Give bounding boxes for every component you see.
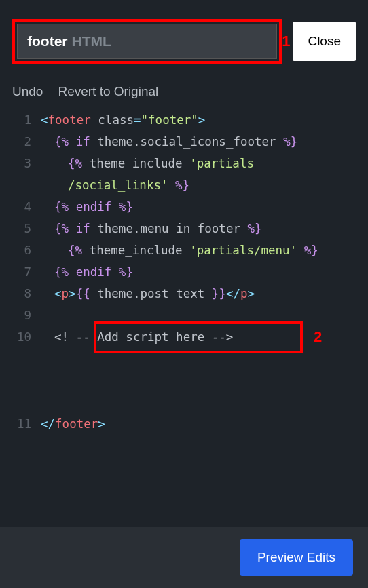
revert-link[interactable]: Revert to Original	[58, 84, 158, 99]
code-line: 8 <p>{{ theme.post_text }}</p>	[0, 283, 368, 305]
code-content[interactable]: {% if theme.social_icons_footer %}	[41, 131, 368, 153]
code-line: 6 {% theme_include 'partials/menu' %}	[0, 239, 368, 261]
line-number: 4	[0, 196, 41, 218]
code-content[interactable]: <! -- Add script here --> 2	[41, 326, 368, 413]
code-content[interactable]: {% theme_include 'partials/menu' %}	[41, 239, 368, 261]
line-number: 2	[0, 131, 41, 153]
line-number: 6	[0, 239, 41, 261]
line-number: 9	[0, 305, 41, 326]
code-line: 10 <! -- Add script here --> 2	[0, 326, 368, 413]
preview-edits-button[interactable]: Preview Edits	[240, 539, 353, 576]
code-content[interactable]: <p>{{ theme.post_text }}</p>	[41, 283, 368, 305]
code-content[interactable]: {% if theme.menu_in_footer %}	[41, 218, 368, 239]
line-number: 5	[0, 218, 41, 239]
code-line: 7 {% endif %}	[0, 261, 368, 283]
line-number: 7	[0, 261, 41, 283]
search-field-highlight: footerHTML 1	[12, 19, 282, 64]
close-button[interactable]: Close	[293, 22, 356, 61]
action-bar: Undo Revert to Original	[0, 76, 368, 109]
code-content[interactable]: <footer class="footer">	[41, 109, 368, 131]
code-line: 4 {% endif %}	[0, 196, 368, 218]
line-number: 1	[0, 109, 41, 131]
code-line: 9	[0, 305, 368, 326]
code-line: 5 {% if theme.menu_in_footer %}	[0, 218, 368, 239]
code-content[interactable]: {% endif %}	[41, 196, 368, 218]
code-content[interactable]: {% theme_include 'partials/social_links'…	[41, 153, 368, 196]
annotation-1: 1	[282, 33, 290, 50]
bottom-bar: Preview Edits	[0, 527, 368, 588]
code-line: 1 <footer class="footer">	[0, 109, 368, 131]
code-editor[interactable]: 1 <footer class="footer"> 2 {% if theme.…	[0, 109, 368, 435]
code-line: 2 {% if theme.social_icons_footer %}	[0, 131, 368, 153]
line-number: 10	[0, 326, 41, 348]
code-line: 3 {% theme_include 'partials/social_link…	[0, 153, 368, 196]
undo-link[interactable]: Undo	[12, 84, 43, 99]
search-input[interactable]	[17, 24, 277, 59]
code-line: 11 </footer>	[0, 413, 368, 435]
code-content[interactable]: </footer>	[41, 413, 368, 435]
line-number: 3	[0, 153, 41, 174]
line-number: 8	[0, 283, 41, 305]
code-content[interactable]: {% endif %}	[41, 261, 368, 283]
line-number: 11	[0, 413, 41, 435]
annotation-2: 2	[314, 326, 322, 348]
top-bar: footerHTML 1 Close	[0, 0, 368, 76]
